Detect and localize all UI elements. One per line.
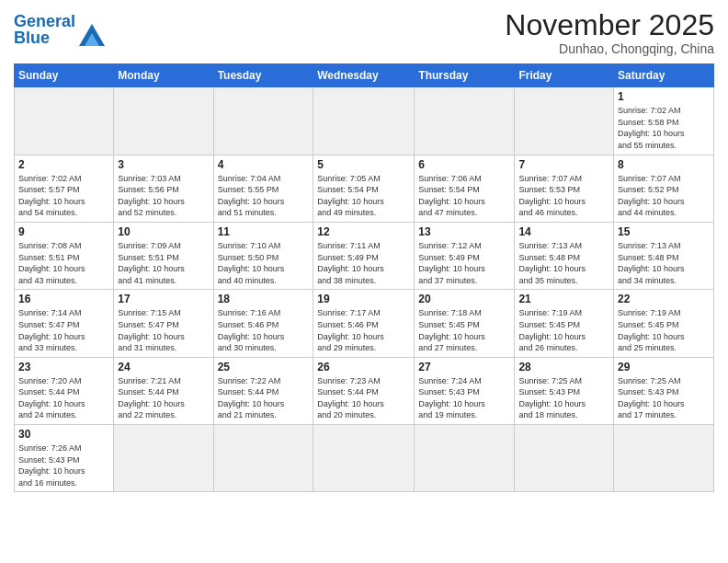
day-info: Sunrise: 7:09 AMSunset: 5:51 PMDaylight:… xyxy=(118,240,209,286)
day-number: 10 xyxy=(118,225,209,238)
calendar-cell xyxy=(415,425,515,492)
calendar-cell: 6Sunrise: 7:06 AMSunset: 5:54 PMDaylight… xyxy=(415,155,515,222)
day-number: 2 xyxy=(18,158,109,171)
calendar-week-row: 2Sunrise: 7:02 AMSunset: 5:57 PMDaylight… xyxy=(15,155,714,222)
calendar-week-row: 16Sunrise: 7:14 AMSunset: 5:47 PMDayligh… xyxy=(15,290,714,357)
col-friday: Friday xyxy=(515,64,614,87)
day-info: Sunrise: 7:07 AMSunset: 5:52 PMDaylight:… xyxy=(618,173,710,219)
day-number: 25 xyxy=(218,361,310,373)
day-number: 9 xyxy=(18,225,109,238)
calendar-cell: 5Sunrise: 7:05 AMSunset: 5:54 PMDaylight… xyxy=(313,155,415,222)
day-number: 17 xyxy=(118,293,209,305)
calendar-cell: 28Sunrise: 7:25 AMSunset: 5:43 PMDayligh… xyxy=(515,357,614,424)
day-info: Sunrise: 7:02 AMSunset: 5:57 PMDaylight:… xyxy=(18,173,109,219)
col-sunday: Sunday xyxy=(15,64,114,87)
day-info: Sunrise: 7:02 AMSunset: 5:58 PMDaylight:… xyxy=(618,105,710,151)
day-number: 11 xyxy=(218,225,310,238)
calendar-header-row: Sunday Monday Tuesday Wednesday Thursday… xyxy=(15,64,714,87)
calendar-cell: 4Sunrise: 7:04 AMSunset: 5:55 PMDaylight… xyxy=(213,155,313,222)
day-number: 26 xyxy=(317,361,410,373)
calendar-cell: 21Sunrise: 7:19 AMSunset: 5:45 PMDayligh… xyxy=(515,290,614,357)
day-number: 16 xyxy=(18,293,109,305)
day-info: Sunrise: 7:06 AMSunset: 5:54 PMDaylight:… xyxy=(418,173,510,219)
calendar-cell: 17Sunrise: 7:15 AMSunset: 5:47 PMDayligh… xyxy=(114,290,213,357)
calendar-cell xyxy=(313,425,415,492)
day-number: 22 xyxy=(618,293,710,305)
day-info: Sunrise: 7:20 AMSunset: 5:44 PMDaylight:… xyxy=(18,375,109,421)
calendar-cell: 27Sunrise: 7:24 AMSunset: 5:43 PMDayligh… xyxy=(415,357,515,424)
calendar-cell xyxy=(313,87,415,155)
calendar-table: Sunday Monday Tuesday Wednesday Thursday… xyxy=(14,63,714,492)
day-info: Sunrise: 7:13 AMSunset: 5:48 PMDaylight:… xyxy=(618,240,710,286)
calendar-cell xyxy=(213,87,313,155)
day-number: 6 xyxy=(418,158,510,171)
day-number: 8 xyxy=(618,158,710,171)
calendar-cell: 29Sunrise: 7:25 AMSunset: 5:43 PMDayligh… xyxy=(614,357,714,424)
calendar-cell: 13Sunrise: 7:12 AMSunset: 5:49 PMDayligh… xyxy=(415,222,515,289)
calendar-week-row: 9Sunrise: 7:08 AMSunset: 5:51 PMDaylight… xyxy=(15,222,714,289)
logo-blue: Blue xyxy=(14,29,50,47)
day-number: 19 xyxy=(317,293,410,305)
day-info: Sunrise: 7:05 AMSunset: 5:54 PMDaylight:… xyxy=(317,173,410,219)
calendar-week-row: 23Sunrise: 7:20 AMSunset: 5:44 PMDayligh… xyxy=(15,357,714,424)
day-info: Sunrise: 7:10 AMSunset: 5:50 PMDaylight:… xyxy=(218,240,310,286)
day-number: 4 xyxy=(218,158,310,171)
col-thursday: Thursday xyxy=(415,64,515,87)
calendar-cell: 22Sunrise: 7:19 AMSunset: 5:45 PMDayligh… xyxy=(614,290,714,357)
calendar-cell: 10Sunrise: 7:09 AMSunset: 5:51 PMDayligh… xyxy=(114,222,213,289)
day-number: 23 xyxy=(18,361,109,373)
header: General Blue November 2025 Dunhao, Chong… xyxy=(14,9,714,56)
calendar-cell: 2Sunrise: 7:02 AMSunset: 5:57 PMDaylight… xyxy=(15,155,114,222)
calendar-cell: 7Sunrise: 7:07 AMSunset: 5:53 PMDaylight… xyxy=(515,155,614,222)
day-info: Sunrise: 7:23 AMSunset: 5:44 PMDaylight:… xyxy=(317,375,410,421)
day-info: Sunrise: 7:21 AMSunset: 5:44 PMDaylight:… xyxy=(118,375,209,421)
location: Dunhao, Chongqing, China xyxy=(505,41,714,56)
calendar-cell: 20Sunrise: 7:18 AMSunset: 5:45 PMDayligh… xyxy=(415,290,515,357)
day-info: Sunrise: 7:17 AMSunset: 5:46 PMDaylight:… xyxy=(317,307,410,353)
calendar-cell xyxy=(614,425,714,492)
calendar-cell xyxy=(415,87,515,155)
day-info: Sunrise: 7:14 AMSunset: 5:47 PMDaylight:… xyxy=(18,307,109,353)
page: General Blue November 2025 Dunhao, Chong… xyxy=(0,0,728,501)
title-block: November 2025 Dunhao, Chongqing, China xyxy=(505,9,714,56)
calendar-cell: 12Sunrise: 7:11 AMSunset: 5:49 PMDayligh… xyxy=(313,222,415,289)
day-number: 14 xyxy=(518,225,609,238)
day-info: Sunrise: 7:22 AMSunset: 5:44 PMDaylight:… xyxy=(218,375,310,421)
calendar-cell: 11Sunrise: 7:10 AMSunset: 5:50 PMDayligh… xyxy=(213,222,313,289)
day-info: Sunrise: 7:08 AMSunset: 5:51 PMDaylight:… xyxy=(18,240,109,286)
day-number: 29 xyxy=(618,361,710,373)
calendar-cell: 23Sunrise: 7:20 AMSunset: 5:44 PMDayligh… xyxy=(15,357,114,424)
day-info: Sunrise: 7:24 AMSunset: 5:43 PMDaylight:… xyxy=(418,375,510,421)
month-title: November 2025 xyxy=(505,9,714,41)
logo-blue-text: Blue xyxy=(14,29,75,46)
calendar-cell xyxy=(515,425,614,492)
day-info: Sunrise: 7:13 AMSunset: 5:48 PMDaylight:… xyxy=(518,240,609,286)
day-number: 3 xyxy=(118,158,209,171)
day-number: 18 xyxy=(218,293,310,305)
day-number: 28 xyxy=(518,361,609,373)
day-number: 15 xyxy=(618,225,710,238)
day-number: 24 xyxy=(118,361,209,373)
day-info: Sunrise: 7:16 AMSunset: 5:46 PMDaylight:… xyxy=(218,307,310,353)
col-monday: Monday xyxy=(114,64,213,87)
calendar-cell: 3Sunrise: 7:03 AMSunset: 5:56 PMDaylight… xyxy=(114,155,213,222)
calendar-cell: 9Sunrise: 7:08 AMSunset: 5:51 PMDaylight… xyxy=(15,222,114,289)
day-number: 7 xyxy=(518,158,609,171)
calendar-cell: 24Sunrise: 7:21 AMSunset: 5:44 PMDayligh… xyxy=(114,357,213,424)
calendar-cell: 1Sunrise: 7:02 AMSunset: 5:58 PMDaylight… xyxy=(614,87,714,155)
calendar-cell xyxy=(114,87,213,155)
day-number: 30 xyxy=(18,428,109,441)
day-info: Sunrise: 7:07 AMSunset: 5:53 PMDaylight:… xyxy=(518,173,609,219)
calendar-cell: 14Sunrise: 7:13 AMSunset: 5:48 PMDayligh… xyxy=(515,222,614,289)
logo-text: General xyxy=(14,13,75,29)
day-info: Sunrise: 7:18 AMSunset: 5:45 PMDaylight:… xyxy=(418,307,510,353)
calendar-cell xyxy=(515,87,614,155)
day-info: Sunrise: 7:03 AMSunset: 5:56 PMDaylight:… xyxy=(118,173,209,219)
calendar-body: 1Sunrise: 7:02 AMSunset: 5:58 PMDaylight… xyxy=(15,87,714,492)
day-info: Sunrise: 7:25 AMSunset: 5:43 PMDaylight:… xyxy=(518,375,609,421)
calendar-cell: 18Sunrise: 7:16 AMSunset: 5:46 PMDayligh… xyxy=(213,290,313,357)
calendar-week-row: 30Sunrise: 7:26 AMSunset: 5:43 PMDayligh… xyxy=(15,425,714,492)
calendar-cell: 16Sunrise: 7:14 AMSunset: 5:47 PMDayligh… xyxy=(15,290,114,357)
logo-general: General xyxy=(14,12,75,30)
calendar-cell: 19Sunrise: 7:17 AMSunset: 5:46 PMDayligh… xyxy=(313,290,415,357)
